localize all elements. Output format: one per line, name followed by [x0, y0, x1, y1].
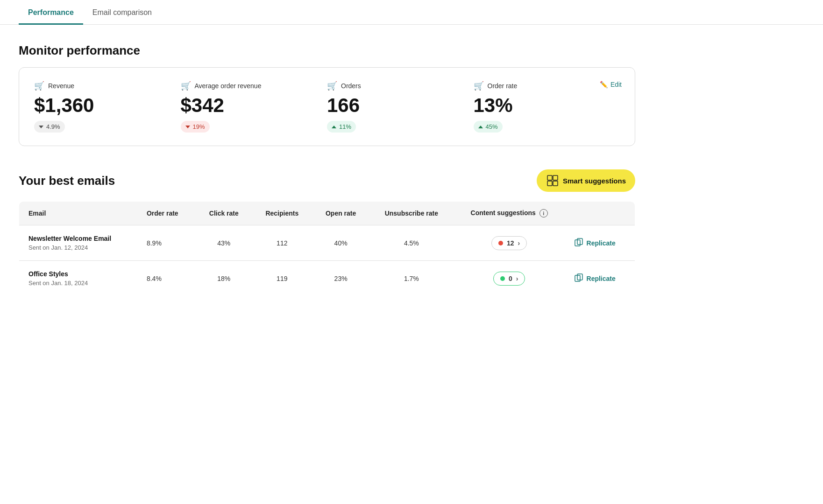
- metric-avg-badge: 19%: [181, 121, 210, 133]
- suggestions-badge-1[interactable]: 12 ›: [491, 236, 527, 250]
- replicate-icon-2: [575, 273, 583, 284]
- edit-icon: ✏️: [600, 81, 608, 88]
- metric-order-rate-label: Order rate: [488, 82, 518, 90]
- col-header-actions: [565, 202, 635, 225]
- recipients-1: 112: [252, 225, 312, 261]
- table-row: Office Styles Sent on Jan. 18, 2024 8.4%…: [19, 261, 635, 296]
- smart-suggestions-label: Smart suggestions: [563, 177, 626, 185]
- replicate-label-1: Replicate: [587, 239, 616, 247]
- email-name-2: Office Styles: [28, 270, 128, 278]
- arrow-up-icon-orders: [332, 126, 336, 128]
- email-name-1: Newsletter Welcome Email: [28, 235, 128, 242]
- click-rate-1: 43%: [196, 225, 252, 261]
- tab-email-comparison[interactable]: Email comparison: [83, 0, 161, 25]
- metric-orders-label: Orders: [341, 82, 361, 90]
- metric-revenue-value: $1,360: [34, 96, 162, 115]
- col-header-email: Email: [19, 202, 137, 225]
- chevron-right-icon-2: ›: [516, 275, 518, 282]
- col-header-content-suggestions: Content suggestions i: [454, 202, 565, 225]
- replicate-cell-1: Replicate: [565, 225, 635, 261]
- metric-orders-badge: 11%: [327, 121, 356, 133]
- order-rate-2: 8.4%: [137, 261, 196, 296]
- info-icon[interactable]: i: [539, 209, 548, 217]
- click-rate-2: 18%: [196, 261, 252, 296]
- svg-rect-0: [546, 174, 559, 187]
- cart-icon-orders: 🛒: [327, 81, 337, 91]
- metric-order-rate-value: 13%: [474, 96, 602, 115]
- cart-icon-rate: 🛒: [474, 81, 484, 91]
- email-cell-2: Office Styles Sent on Jan. 18, 2024: [19, 261, 137, 296]
- tab-performance[interactable]: Performance: [19, 0, 83, 25]
- metric-order-rate-badge: 45%: [474, 121, 503, 133]
- chevron-right-icon-1: ›: [518, 239, 520, 247]
- col-header-unsubscribe-rate: Unsubscribe rate: [369, 202, 454, 225]
- metric-revenue-badge: 4.9%: [34, 121, 65, 133]
- metric-revenue-label: Revenue: [48, 82, 74, 90]
- content-suggestions-1[interactable]: 12 ›: [454, 225, 565, 261]
- metric-orders: 🛒 Orders 166 11%: [327, 81, 474, 133]
- unsubscribe-rate-2: 1.7%: [369, 261, 454, 296]
- table-row: Newsletter Welcome Email Sent on Jan. 12…: [19, 225, 635, 261]
- best-emails-title: Your best emails: [19, 174, 115, 188]
- page-title: Monitor performance: [19, 43, 635, 58]
- open-rate-1: 40%: [312, 225, 369, 261]
- table-header-row: Email Order rate Click rate Recipients O…: [19, 202, 635, 225]
- col-header-click-rate: Click rate: [196, 202, 252, 225]
- cart-icon-avg: 🛒: [181, 81, 191, 91]
- col-header-order-rate: Order rate: [137, 202, 196, 225]
- best-emails-section-header: Your best emails Smart suggestions: [19, 169, 635, 192]
- edit-button[interactable]: ✏️ Edit: [600, 81, 622, 88]
- open-rate-2: 23%: [312, 261, 369, 296]
- metric-orders-value: 166: [327, 96, 455, 115]
- suggestions-badge-2[interactable]: 0 ›: [493, 272, 525, 286]
- metrics-card: 🛒 Revenue $1,360 4.9% 🛒 Average order re…: [19, 67, 635, 146]
- replicate-icon-1: [575, 238, 583, 248]
- col-header-recipients: Recipients: [252, 202, 312, 225]
- arrow-down-red-icon: [185, 126, 190, 128]
- email-cell-1: Newsletter Welcome Email Sent on Jan. 12…: [19, 225, 137, 261]
- order-rate-1: 8.9%: [137, 225, 196, 261]
- smart-suggestions-icon: [546, 174, 559, 187]
- metric-avg-label: Average order revenue: [195, 82, 262, 90]
- unsubscribe-rate-1: 4.5%: [369, 225, 454, 261]
- tabs-container: Performance Email comparison: [0, 0, 823, 25]
- replicate-button-2[interactable]: Replicate: [575, 273, 616, 284]
- suggestions-count-1: 12: [507, 239, 514, 247]
- email-date-1: Sent on Jan. 12, 2024: [28, 244, 128, 251]
- email-date-2: Sent on Jan. 18, 2024: [28, 280, 128, 287]
- replicate-cell-2: Replicate: [565, 261, 635, 296]
- replicate-button-1[interactable]: Replicate: [575, 238, 616, 248]
- emails-table: Email Order rate Click rate Recipients O…: [19, 201, 635, 296]
- metric-avg-value: $342: [181, 96, 309, 115]
- cart-icon-revenue: 🛒: [34, 81, 44, 91]
- suggestions-count-2: 0: [509, 275, 512, 282]
- col-header-open-rate: Open rate: [312, 202, 369, 225]
- metric-avg-order-revenue: 🛒 Average order revenue $342 19%: [181, 81, 327, 133]
- recipients-2: 119: [252, 261, 312, 296]
- content-suggestions-2[interactable]: 0 ›: [454, 261, 565, 296]
- arrow-down-icon: [39, 126, 43, 128]
- metric-revenue: 🛒 Revenue $1,360 4.9%: [34, 81, 181, 133]
- replicate-label-2: Replicate: [587, 275, 616, 282]
- page-content: Monitor performance 🛒 Revenue $1,360 4.9…: [0, 25, 654, 315]
- smart-suggestions-button[interactable]: Smart suggestions: [537, 169, 635, 192]
- metric-order-rate: 🛒 Order rate 13% 45%: [474, 81, 620, 133]
- arrow-up-icon-rate: [478, 126, 483, 128]
